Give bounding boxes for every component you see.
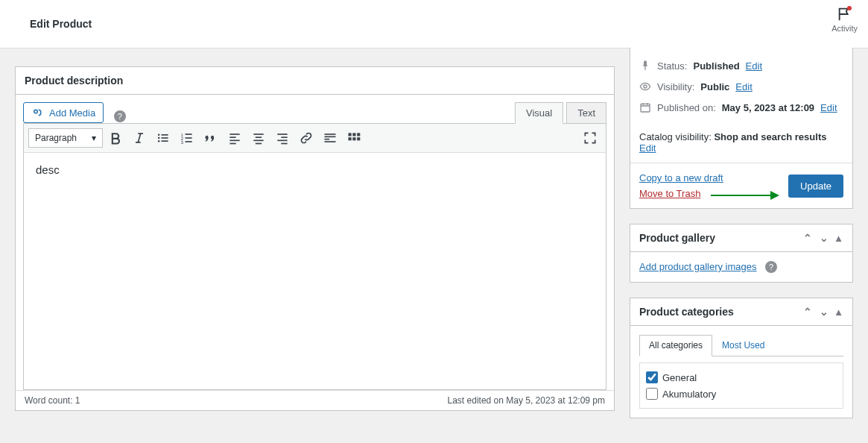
svg-rect-22 xyxy=(281,136,287,138)
svg-rect-11 xyxy=(186,137,192,139)
svg-point-0 xyxy=(34,110,38,113)
status-edit-link[interactable]: Edit xyxy=(746,60,762,72)
category-label: Akumulatory xyxy=(662,389,716,400)
svg-rect-25 xyxy=(325,133,336,135)
align-right-button[interactable] xyxy=(271,127,294,149)
format-select-value: Paragraph xyxy=(35,133,77,143)
svg-rect-15 xyxy=(229,140,239,142)
align-center-button[interactable] xyxy=(247,127,270,149)
word-count: Word count: 1 xyxy=(25,395,80,406)
tab-all-categories[interactable]: All categories xyxy=(639,335,712,356)
bold-button[interactable] xyxy=(104,127,127,149)
category-item[interactable]: General xyxy=(646,369,837,386)
svg-point-3 xyxy=(158,140,160,142)
category-checkbox[interactable] xyxy=(646,388,658,400)
publish-box: Status: Published Edit Visibility: Publi… xyxy=(630,48,853,209)
category-checkbox[interactable] xyxy=(646,371,658,383)
toolbar-toggle-button[interactable] xyxy=(343,127,365,149)
add-gallery-images-link[interactable]: Add product gallery images xyxy=(639,261,757,272)
help-icon[interactable]: ? xyxy=(114,110,126,122)
svg-rect-24 xyxy=(281,143,287,145)
help-icon[interactable]: ? xyxy=(765,261,777,273)
format-select[interactable]: Paragraph ▾ xyxy=(28,128,103,148)
editor-content[interactable]: desc xyxy=(23,153,606,390)
numbered-list-button[interactable]: 123 xyxy=(176,127,198,149)
last-edited: Last edited on May 5, 2023 at 12:09 pm xyxy=(448,395,605,406)
notification-dot xyxy=(847,6,852,10)
media-icon xyxy=(31,106,45,119)
fullscreen-button[interactable] xyxy=(579,127,601,149)
add-media-button[interactable]: Add Media xyxy=(23,102,104,123)
svg-rect-13 xyxy=(229,133,239,135)
update-button[interactable]: Update xyxy=(788,175,843,198)
move-up-icon[interactable]: ⌃ xyxy=(801,232,814,244)
svg-rect-21 xyxy=(277,133,287,135)
tab-text[interactable]: Text xyxy=(566,102,606,124)
align-left-button[interactable] xyxy=(224,127,246,149)
pin-icon xyxy=(639,60,651,72)
move-to-trash-link[interactable]: Move to Trash xyxy=(639,188,723,199)
published-edit-link[interactable]: Edit xyxy=(820,102,837,113)
activity-label: Activity xyxy=(831,24,858,33)
toggle-panel-icon[interactable]: ▴ xyxy=(834,232,843,244)
activity-button[interactable]: Activity xyxy=(831,6,858,33)
svg-rect-23 xyxy=(277,140,287,142)
svg-rect-20 xyxy=(256,143,262,145)
eye-icon xyxy=(639,81,651,92)
blockquote-button[interactable] xyxy=(200,127,222,149)
svg-rect-34 xyxy=(357,137,360,140)
svg-text:3: 3 xyxy=(181,140,183,145)
copy-draft-link[interactable]: Copy to a new draft xyxy=(639,172,723,183)
visibility-value: Public xyxy=(700,81,729,92)
svg-rect-28 xyxy=(325,141,336,142)
svg-rect-12 xyxy=(186,141,192,142)
svg-rect-26 xyxy=(325,136,336,138)
chevron-down-icon: ▾ xyxy=(92,133,96,143)
visibility-edit-link[interactable]: Edit xyxy=(735,81,752,92)
link-button[interactable] xyxy=(295,127,317,149)
editor-toolbar: Paragraph ▾ 123 xyxy=(23,123,606,153)
toggle-panel-icon[interactable]: ▴ xyxy=(834,306,843,318)
move-down-icon[interactable]: ⌄ xyxy=(817,306,831,318)
svg-rect-31 xyxy=(357,133,360,136)
insert-more-button[interactable] xyxy=(319,127,341,149)
move-up-icon[interactable]: ⌃ xyxy=(801,306,814,318)
category-label: General xyxy=(662,372,697,383)
move-down-icon[interactable]: ⌄ xyxy=(817,232,831,244)
svg-rect-10 xyxy=(186,133,192,135)
annotation-arrow xyxy=(711,195,778,196)
product-categories-box: Product categories ⌃ ⌄ ▴ All categories … xyxy=(630,298,853,418)
product-description-box: Product description Add Media ? Visual T… xyxy=(15,66,615,411)
svg-rect-36 xyxy=(641,104,650,112)
status-value: Published xyxy=(693,60,739,72)
svg-point-1 xyxy=(158,134,160,136)
svg-point-2 xyxy=(158,137,160,139)
svg-rect-16 xyxy=(229,143,235,145)
categories-title: Product categories xyxy=(639,306,734,318)
italic-button[interactable] xyxy=(128,127,151,149)
svg-rect-29 xyxy=(349,133,352,136)
bullet-list-button[interactable] xyxy=(152,127,174,149)
svg-rect-32 xyxy=(349,137,352,140)
category-item[interactable]: Akumulatory xyxy=(646,386,837,402)
gallery-title: Product gallery xyxy=(639,232,715,244)
catalog-edit-link[interactable]: Edit xyxy=(639,142,656,154)
svg-rect-18 xyxy=(256,136,262,138)
categories-list[interactable]: General Akumulatory xyxy=(639,362,843,409)
svg-rect-17 xyxy=(253,133,263,135)
published-value: May 5, 2023 at 12:09 xyxy=(722,102,814,113)
svg-rect-27 xyxy=(325,139,330,140)
svg-rect-19 xyxy=(253,140,263,142)
tab-most-used[interactable]: Most Used xyxy=(712,335,774,356)
svg-rect-14 xyxy=(229,136,235,138)
tab-visual[interactable]: Visual xyxy=(515,102,563,124)
svg-rect-4 xyxy=(162,134,168,136)
svg-rect-33 xyxy=(352,137,355,140)
box-title: Product description xyxy=(16,67,614,95)
svg-rect-6 xyxy=(162,140,168,142)
svg-rect-5 xyxy=(162,137,168,139)
svg-point-35 xyxy=(644,85,647,88)
status-label: Status: xyxy=(657,60,687,72)
catalog-label: Catalog visibility: xyxy=(639,131,712,142)
catalog-value: Shop and search results xyxy=(714,131,826,142)
